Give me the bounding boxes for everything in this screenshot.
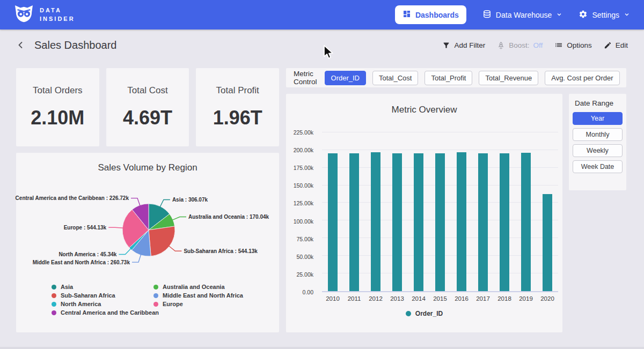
bar-cell <box>494 126 515 291</box>
pie-label: Sub-Saharan Africa : 544.13k <box>184 248 258 254</box>
bar-cell <box>451 126 472 291</box>
metric-button-total-cost[interactable]: Total_Cost <box>372 71 418 85</box>
legend-label: Australia and Oceania <box>163 284 225 290</box>
date-range-panel: Date Range YearMonthlyWeeklyWeek Date <box>569 94 626 190</box>
kpi-card: Total Cost4.69T <box>106 68 189 146</box>
bar[interactable] <box>349 153 359 291</box>
boost-state: Off <box>533 41 543 49</box>
bar[interactable] <box>371 152 380 291</box>
y-axis-tick-label: 200.00k <box>294 147 313 153</box>
kpi-label: Total Profit <box>216 85 259 96</box>
back-button[interactable] <box>14 39 27 51</box>
gear-icon <box>579 10 588 20</box>
bar[interactable] <box>328 153 338 291</box>
add-filter-label: Add Filter <box>454 41 485 49</box>
bar-cell <box>429 126 451 291</box>
bar-cell <box>386 126 408 291</box>
brand[interactable]: DATA INSIDER <box>14 5 75 25</box>
bar-cell <box>408 126 429 291</box>
rocket-icon <box>497 41 505 49</box>
date-range-button-year[interactable]: Year <box>573 112 623 125</box>
boost-toggle[interactable]: Boost: Off <box>497 41 543 49</box>
brand-name: DATA INSIDER <box>40 6 75 24</box>
pie-label-line <box>160 200 170 207</box>
nav-item-data-warehouse[interactable]: Data Warehouse <box>482 10 563 20</box>
bar-plot-area <box>322 126 558 292</box>
nav-item-settings[interactable]: Settings <box>579 10 630 20</box>
pie-legend: AsiaAustralia and OceaniaSub-Saharan Afr… <box>52 284 243 316</box>
bar-cell <box>472 126 494 291</box>
kpi-value: 4.69T <box>123 107 172 129</box>
bars <box>322 126 558 291</box>
bar-chart-title: Metric Overview <box>286 94 562 115</box>
metric-button-order-id[interactable]: Order_ID <box>325 71 366 85</box>
bar-cell <box>365 126 386 291</box>
metric-control-bar: Metric Control Order_IDTotal_CostTotal_P… <box>286 68 626 87</box>
nav-item-label: Data Warehouse <box>496 11 552 19</box>
date-range-button-week-date[interactable]: Week Date <box>573 160 623 173</box>
legend-item[interactable]: Australia and Oceania <box>153 284 243 290</box>
pie-slice[interactable] <box>149 226 175 256</box>
metric-button-total-revenue[interactable]: Total_Revenue <box>479 71 538 85</box>
bar-cell <box>537 126 558 291</box>
bar[interactable] <box>457 152 466 291</box>
bar-cell <box>343 126 365 291</box>
pie-chart-title: Sales Volume by Region <box>16 153 279 173</box>
list-icon <box>554 41 563 49</box>
date-range-buttons: YearMonthlyWeeklyWeek Date <box>573 112 623 173</box>
add-filter-button[interactable]: Add Filter <box>442 41 485 49</box>
bar[interactable] <box>435 153 445 291</box>
kpi-value: 2.10M <box>31 107 84 129</box>
legend-label: Europe <box>163 301 183 307</box>
bar[interactable] <box>521 153 531 291</box>
kpi-card: Total Orders2.10M <box>16 68 99 146</box>
legend-dot-icon <box>52 310 56 315</box>
x-axis-tick-label: 2012 <box>365 295 386 302</box>
nav-item-label: Dashboards <box>415 11 459 19</box>
legend-item[interactable]: Asia <box>52 284 153 290</box>
legend-dot-icon <box>52 285 56 289</box>
chevron-down-icon <box>624 11 630 19</box>
pie-label: Europe : 544.13k <box>64 225 107 231</box>
header-actions: Add Filter Boost: Off Options Edit <box>442 29 628 61</box>
legend-item[interactable]: Central America and the Caribbean <box>52 309 153 316</box>
pie-label-line <box>108 227 123 228</box>
chevron-left-icon <box>15 40 26 50</box>
bar[interactable] <box>414 153 423 291</box>
legend-label: Order_ID <box>415 310 443 317</box>
pie-label: Asia : 306.07k <box>172 197 208 203</box>
edit-button[interactable]: Edit <box>604 41 628 49</box>
nav-item-dashboards[interactable]: Dashboards <box>395 5 466 24</box>
date-range-button-monthly[interactable]: Monthly <box>573 128 623 141</box>
bar[interactable] <box>500 153 509 291</box>
page-title: Sales Dashboard <box>34 39 116 51</box>
pie-label: Australia and Oceania : 170.04k <box>188 214 269 220</box>
pie-label: Central America and the Caribbean : 226.… <box>16 195 129 201</box>
legend-dot-icon <box>153 293 158 298</box>
x-axis-tick-label: 2015 <box>429 295 451 302</box>
bar-chart-legend[interactable]: Order_ID <box>286 310 562 317</box>
bar[interactable] <box>478 153 488 291</box>
bar[interactable] <box>392 153 402 291</box>
legend-item[interactable]: Europe <box>153 301 243 307</box>
legend-item[interactable]: Middle East and North Africa <box>153 292 243 299</box>
x-axis-tick-label: 2016 <box>451 295 472 302</box>
metric-button-avg-cost-per-order[interactable]: Avg. Cost per Order <box>545 71 619 85</box>
pie-label: North America : 45.34k <box>58 251 116 257</box>
bar[interactable] <box>543 194 552 291</box>
x-axis-tick-label: 2010 <box>322 295 343 302</box>
x-axis-tick-label: 2020 <box>537 295 558 302</box>
x-axis-tick-label: 2017 <box>472 295 494 302</box>
date-range-button-weekly[interactable]: Weekly <box>573 144 623 157</box>
options-button[interactable]: Options <box>554 41 592 49</box>
legend-dot-icon <box>52 302 56 307</box>
kpi-row: Total Orders2.10MTotal Cost4.69TTotal Pr… <box>16 68 279 146</box>
nav-menu: Dashboards Data Warehouse Settings <box>395 5 630 24</box>
legend-item[interactable]: Sub-Saharan Africa <box>52 292 153 299</box>
y-axis-tick-label: 0.00 <box>303 289 313 295</box>
y-axis-tick-label: 225.00k <box>294 129 313 136</box>
legend-item[interactable]: North America <box>52 301 153 307</box>
x-axis-tick-label: 2011 <box>343 295 365 302</box>
bar-chart-card: Metric Overview 0.0025.00k50.00k75.00k10… <box>286 94 562 332</box>
metric-button-total-profit[interactable]: Total_Profit <box>425 71 472 85</box>
